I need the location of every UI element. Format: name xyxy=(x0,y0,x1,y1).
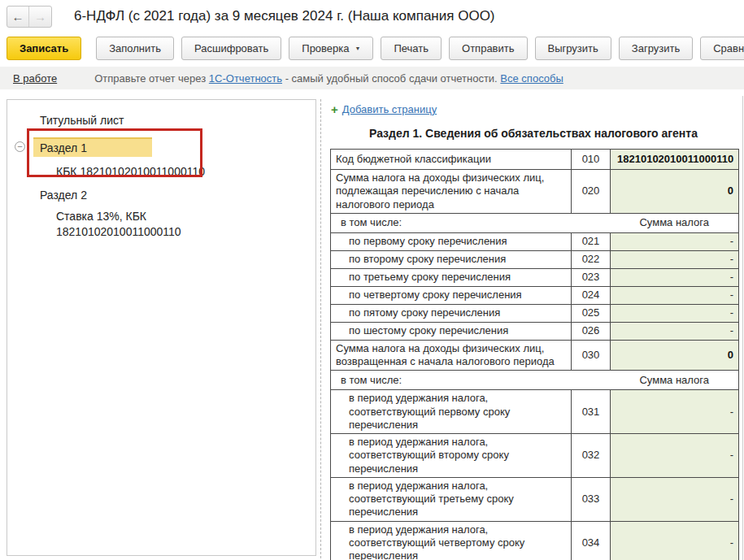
row-label: Сумма налога на доходы физических лиц, в… xyxy=(331,340,572,371)
row-value-field[interactable]: - xyxy=(611,390,739,434)
row-label: в период удержания налога, соответствующ… xyxy=(331,477,572,521)
reporting-service-link[interactable]: 1С-Отчетность xyxy=(209,72,282,85)
row-label: по четвертому сроку перечисления xyxy=(331,286,572,304)
row-code: 026 xyxy=(572,322,611,340)
row-label: по шестому сроку перечисления xyxy=(331,322,572,340)
dropdown-caret-icon: ▼ xyxy=(355,46,361,51)
table-row: в том числе:Сумма налога xyxy=(331,371,739,390)
row-value-field[interactable]: - xyxy=(611,268,739,286)
row-code: 033 xyxy=(572,477,611,521)
row-label: Сумма налога на доходы физических лиц, п… xyxy=(331,170,572,214)
row-label: Код бюджетной классификации xyxy=(331,150,572,170)
title-bar: ← → 6-НДФЛ (с 2021 года) за 9 месяцев 20… xyxy=(0,0,744,33)
import-button[interactable]: Загрузить xyxy=(619,37,693,60)
row-label: в период удержания налога, соответствующ… xyxy=(331,521,572,560)
row-value-field[interactable]: 0 xyxy=(611,170,739,214)
row-label: в период удержания налога, соответствующ… xyxy=(331,390,572,434)
save-button[interactable]: Записать xyxy=(7,37,81,60)
value-column-header: Сумма налога xyxy=(611,213,739,232)
info-message-middle: - самый удобный способ сдачи отчетности. xyxy=(282,72,500,85)
back-arrow-icon[interactable]: ← xyxy=(7,7,29,27)
report-sections-panel: Титульный лист−Раздел 1КБК 1821010201001… xyxy=(7,99,316,556)
row-code: 030 xyxy=(572,340,611,371)
row-code: 025 xyxy=(572,304,611,322)
row-label: по третьему сроку перечисления xyxy=(331,268,572,286)
section-form-panel: + Добавить страницу Раздел 1. Сведения о… xyxy=(326,96,743,560)
row-value-field[interactable]: 0 xyxy=(611,340,739,371)
row-value-field[interactable]: - xyxy=(611,286,739,304)
status-bar: В работе Отправьте отчет через 1С-Отчетн… xyxy=(0,67,744,89)
table-row: по второму сроку перечисления022- xyxy=(331,250,739,268)
table-row: по шестому сроку перечисления026- xyxy=(331,322,739,340)
check-button[interactable]: Проверка▼ xyxy=(289,37,373,60)
row-code: 022 xyxy=(572,250,611,268)
row-value-field[interactable]: - xyxy=(611,304,739,322)
sidebar-item-label: Ставка 13%, КБК 18210102010011000110 xyxy=(50,209,227,241)
row-value-field[interactable]: - xyxy=(611,322,739,340)
sidebar-item-title-page[interactable]: Титульный лист xyxy=(7,111,315,130)
row-value-field[interactable]: - xyxy=(611,477,739,521)
row-value-field[interactable]: - xyxy=(611,521,739,560)
subheader-label: в том числе: xyxy=(331,371,611,390)
compare-button[interactable]: Сравнить xyxy=(700,37,744,60)
sidebar-item-label: Титульный лист xyxy=(33,111,130,129)
table-row: Сумма налога на доходы физических лиц, в… xyxy=(331,340,739,371)
row-code: 020 xyxy=(572,170,611,214)
table-row: по четвертому сроку перечисления024- xyxy=(331,286,739,304)
row-code: 034 xyxy=(572,521,611,560)
row-label: по первому сроку перечисления xyxy=(331,232,572,250)
row-label: по второму сроку перечисления xyxy=(331,250,572,268)
table-row: в период удержания налога, соответствующ… xyxy=(331,521,739,560)
all-methods-link[interactable]: Все способы xyxy=(500,72,563,85)
sidebar-item-kbk-section-1[interactable]: КБК 18210102010011000110 xyxy=(7,162,315,181)
toolbar: ЗаписатьЗаполнитьРасшифроватьПроверка▼Пе… xyxy=(0,33,744,67)
add-page-label: Добавить страницу xyxy=(342,103,437,115)
subheader-label: в том числе: xyxy=(331,213,611,232)
table-row: в период удержания налога, соответствующ… xyxy=(331,390,739,434)
value-column-header: Сумма налога xyxy=(611,371,739,390)
forward-arrow-icon[interactable]: → xyxy=(29,7,51,27)
section1-table: Код бюджетной классификации0101821010201… xyxy=(330,149,739,560)
row-label: по пятому сроку перечисления xyxy=(331,304,572,322)
table-row: по третьему сроку перечисления023- xyxy=(331,268,739,286)
sidebar-item-rate-13-kbk[interactable]: Ставка 13%, КБК 18210102010011000110 xyxy=(7,215,315,235)
decipher-button[interactable]: Расшифровать xyxy=(181,37,281,60)
row-code: 031 xyxy=(572,390,611,434)
send-button[interactable]: Отправить xyxy=(449,37,527,60)
table-row: по пятому сроку перечисления025- xyxy=(331,304,739,322)
fill-button[interactable]: Заполнить xyxy=(96,37,174,60)
add-page-link[interactable]: + Добавить страницу xyxy=(331,102,742,116)
row-code: 010 xyxy=(572,150,611,170)
nav-buttons: ← → xyxy=(7,6,52,28)
page-title: 6-НДФЛ (с 2021 года) за 9 месяцев 2024 г… xyxy=(74,8,495,24)
table-row: в период удержания налога, соответствующ… xyxy=(331,477,739,521)
table-row: по первому сроку перечисления021- xyxy=(331,232,739,250)
row-code: 021 xyxy=(572,232,611,250)
content-area: Титульный лист−Раздел 1КБК 1821010201001… xyxy=(0,96,744,560)
sidebar-item-label: Раздел 2 xyxy=(33,186,94,204)
print-button[interactable]: Печать xyxy=(381,37,442,60)
collapse-icon[interactable]: − xyxy=(15,141,25,152)
table-row: Сумма налога на доходы физических лиц, п… xyxy=(331,170,739,214)
plus-icon: + xyxy=(331,102,338,116)
info-message-prefix: Отправьте отчет через xyxy=(94,72,209,85)
row-value-field[interactable]: - xyxy=(611,232,739,250)
row-value-field[interactable]: 18210102010011000110 xyxy=(611,150,739,170)
table-row: в том числе:Сумма налога xyxy=(331,213,739,232)
sections-tree: Титульный лист−Раздел 1КБК 1821010201001… xyxy=(7,100,315,235)
row-code: 023 xyxy=(572,268,611,286)
row-code: 024 xyxy=(572,286,611,304)
sidebar-item-label: КБК 18210102010011000110 xyxy=(50,163,211,180)
row-value-field[interactable]: - xyxy=(611,434,739,478)
sidebar-item-section-1[interactable]: −Раздел 1 xyxy=(7,137,315,157)
table-row: в период удержания налога, соответствующ… xyxy=(331,434,739,478)
section-title: Раздел 1. Сведения об обязательствах нал… xyxy=(329,127,737,140)
row-label: в период удержания налога, соответствующ… xyxy=(331,434,572,478)
table-row: Код бюджетной классификации0101821010201… xyxy=(331,150,739,170)
export-button[interactable]: Выгрузить xyxy=(535,37,611,60)
status-badge[interactable]: В работе xyxy=(13,72,57,85)
sidebar-item-label: Раздел 1 xyxy=(33,137,152,157)
panel-splitter[interactable] xyxy=(320,99,323,558)
row-value-field[interactable]: - xyxy=(611,250,739,268)
row-code: 032 xyxy=(572,434,611,478)
